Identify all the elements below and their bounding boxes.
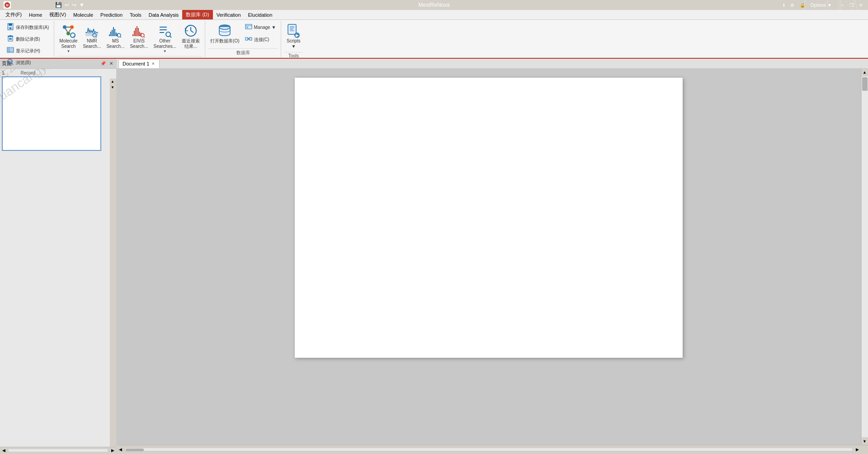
- svg-rect-40: [134, 31, 135, 36]
- doc-tab-close[interactable]: ✕: [151, 61, 156, 66]
- menu-verification[interactable]: Verification: [213, 10, 245, 19]
- hscroll-right[interactable]: ▶: [854, 446, 861, 453]
- menu-elucidation[interactable]: Elucidation: [245, 10, 276, 19]
- qat-undo[interactable]: ↩: [64, 1, 70, 9]
- qat-redo[interactable]: ↪: [71, 1, 77, 9]
- ms-search-icon: [108, 23, 123, 38]
- show-records-icon: [7, 47, 14, 55]
- connect-button[interactable]: 连接(C): [243, 34, 278, 45]
- svg-rect-42: [137, 26, 137, 36]
- titlebar-right: ℹ ⚙ 🔒 Options ▼ ─ ❐ ✕: [781, 2, 864, 8]
- scroll-corner: [861, 446, 868, 453]
- options-button[interactable]: Options ▼: [809, 2, 834, 8]
- scroll-up-arrow[interactable]: ▲: [110, 79, 115, 84]
- svg-point-51: [166, 32, 170, 37]
- ms-search-label: MSSearch...: [106, 38, 124, 49]
- menu-view[interactable]: 视图(V): [46, 10, 70, 19]
- svg-text:▶: ▶: [296, 33, 299, 37]
- other-searches-label: OtherSearches...: [153, 38, 176, 49]
- tools-group-label: Tools: [284, 52, 303, 58]
- molecule-search-button[interactable]: Molecule Search ▼: [57, 22, 80, 55]
- eivis-search-button[interactable]: EIViSSearch...: [127, 22, 150, 51]
- database-group-items: 打开数据库(O) Manage ▼: [208, 22, 278, 47]
- left-panel-scrollbar: ▲ ▼: [110, 79, 116, 447]
- save-to-db-button[interactable]: 保存到数据库(A): [5, 22, 51, 33]
- eivis-search-label: EIViSSearch...: [130, 38, 148, 49]
- recent-search-button[interactable]: 最近搜索 结果...: [179, 22, 202, 51]
- menu-file[interactable]: 文件(F): [2, 10, 25, 19]
- delete-record-icon: [7, 35, 14, 43]
- svg-rect-62: [250, 37, 252, 40]
- left-panel: 页面 📌 ✕ 1. 软仓云 软仓库 ruancangyun.cn ▲: [0, 59, 117, 453]
- left-hscroll-track: [8, 449, 108, 452]
- vscroll-down[interactable]: ▼: [861, 438, 868, 445]
- ribbon-content: 保存到数据库(A): [0, 20, 868, 58]
- bottom-scrollbar: ◀ ▶: [117, 445, 868, 453]
- svg-point-19: [63, 25, 66, 29]
- page-thumbnail[interactable]: [2, 76, 101, 151]
- hscroll-left[interactable]: ◀: [117, 446, 124, 453]
- scroll-down-arrow[interactable]: ▼: [110, 84, 115, 90]
- db-small-buttons: Manage ▼ 连接(C): [243, 22, 278, 45]
- page-number: 1.: [2, 70, 114, 75]
- nmr-search-label: NMRSearch...: [83, 38, 101, 49]
- record-buttons: 保存到数据库(A): [5, 22, 51, 68]
- ms-search-button[interactable]: MSSearch...: [104, 22, 127, 51]
- svg-rect-41: [135, 28, 136, 36]
- molecule-search-label: Molecule Search: [59, 38, 77, 49]
- scripts-button[interactable]: ▶ Scripts▼: [284, 22, 303, 51]
- close-button[interactable]: ✕: [857, 2, 864, 8]
- svg-line-38: [120, 37, 121, 37]
- qat-settings[interactable]: ▼: [78, 1, 85, 9]
- hscroll-thumb[interactable]: [126, 449, 144, 451]
- save-to-db-label: 保存到数据库(A): [16, 24, 49, 31]
- document-page: [295, 78, 683, 358]
- hscroll: ◀ ▶: [117, 445, 861, 454]
- info-button[interactable]: ℹ: [781, 2, 787, 8]
- settings-button[interactable]: ⚙: [788, 2, 796, 8]
- menu-home[interactable]: Home: [25, 10, 46, 19]
- menu-data-analysis[interactable]: Data Analysis: [145, 10, 183, 19]
- quick-access-toolbar: 💾 ↩ ↪ ▼: [54, 1, 85, 9]
- right-scrollbar: ▲ ▼: [861, 69, 868, 445]
- vscroll-thumb[interactable]: [862, 77, 868, 91]
- menu-prediction[interactable]: Prediction: [97, 10, 126, 19]
- workspace: 页面 📌 ✕ 1. 软仓云 软仓库 ruancangyun.cn ▲: [0, 59, 868, 453]
- vscroll-up[interactable]: ▲: [861, 69, 868, 76]
- qat-save[interactable]: 💾: [54, 1, 63, 9]
- browse-button[interactable]: 浏览(B): [5, 57, 51, 68]
- menu-molecule[interactable]: Molecule: [70, 10, 97, 19]
- app-title: MestReNova: [418, 2, 449, 8]
- svg-rect-31: [110, 32, 111, 36]
- svg-point-21: [66, 32, 70, 35]
- minimize-button[interactable]: ─: [839, 2, 846, 8]
- document-tab-1[interactable]: Document 1 ✕: [118, 59, 160, 68]
- show-records-button[interactable]: 显示记录(H): [5, 45, 51, 56]
- other-searches-button[interactable]: OtherSearches... ▼: [151, 22, 179, 55]
- menu-database[interactable]: 数据库 (D): [182, 10, 212, 19]
- open-db-button[interactable]: 打开数据库(O): [208, 22, 241, 46]
- left-hscroll-right[interactable]: ▶: [109, 447, 116, 454]
- lock-button[interactable]: 🔒: [798, 2, 807, 8]
- svg-line-29: [96, 37, 97, 37]
- delete-record-label: 删除记录(B): [16, 36, 40, 42]
- doc-canvas[interactable]: [117, 69, 861, 445]
- svg-line-55: [191, 31, 193, 33]
- nmr-search-button[interactable]: NMRSearch...: [80, 22, 103, 51]
- delete-record-button[interactable]: 删除记录(B): [5, 33, 51, 45]
- manage-button[interactable]: Manage ▼: [243, 22, 278, 33]
- svg-rect-60: [246, 27, 248, 28]
- left-hscroll-left[interactable]: ◀: [0, 447, 7, 454]
- ribbon-group-tools: ▶ Scripts▼ Tools: [281, 21, 306, 57]
- svg-rect-34: [114, 29, 115, 36]
- svg-line-52: [170, 36, 171, 37]
- svg-rect-43: [138, 28, 139, 36]
- doc-canvas-area: ▲ ▼: [117, 69, 868, 445]
- manage-label: Manage ▼: [254, 25, 276, 30]
- svg-line-24: [69, 29, 71, 32]
- restore-button[interactable]: ❐: [848, 2, 855, 8]
- tab-bar: Document 1 ✕: [117, 59, 868, 69]
- vscroll-track: [861, 76, 868, 438]
- svg-line-23: [66, 29, 67, 32]
- menu-tools[interactable]: Tools: [126, 10, 145, 19]
